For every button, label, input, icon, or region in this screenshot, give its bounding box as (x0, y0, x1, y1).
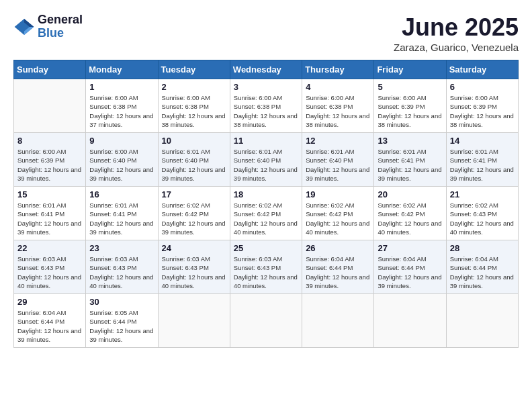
table-row: 24 Sunrise: 6:03 AMSunset: 6:43 PMDaylig… (158, 240, 230, 294)
logo-icon (13, 16, 35, 38)
day-number: 11 (234, 136, 298, 146)
day-number: 18 (234, 189, 298, 199)
day-info: Sunrise: 6:02 AMSunset: 6:42 PMDaylight:… (162, 201, 226, 236)
col-monday: Monday (86, 60, 158, 79)
day-number: 25 (234, 243, 298, 253)
logo: General Blue (13, 13, 83, 40)
day-info: Sunrise: 6:00 AMSunset: 6:40 PMDaylight:… (89, 148, 153, 182)
table-row: 14 Sunrise: 6:01 AMSunset: 6:41 PMDaylig… (446, 133, 518, 187)
day-info: Sunrise: 6:04 AMSunset: 6:44 PMDaylight:… (450, 255, 514, 289)
day-number: 13 (378, 136, 442, 146)
table-row: 9 Sunrise: 6:00 AMSunset: 6:40 PMDayligh… (86, 133, 158, 187)
table-row: 19 Sunrise: 6:02 AMSunset: 6:42 PMDaylig… (302, 187, 374, 240)
day-number: 3 (234, 82, 298, 92)
day-number: 24 (162, 243, 226, 253)
day-number: 4 (306, 82, 370, 92)
table-row: 5 Sunrise: 6:00 AMSunset: 6:39 PMDayligh… (374, 79, 446, 133)
table-row: 3 Sunrise: 6:00 AMSunset: 6:38 PMDayligh… (230, 79, 302, 133)
day-info: Sunrise: 6:00 AMSunset: 6:38 PMDaylight:… (234, 94, 298, 128)
table-row: 25 Sunrise: 6:03 AMSunset: 6:43 PMDaylig… (230, 240, 302, 294)
table-row: 4 Sunrise: 6:00 AMSunset: 6:38 PMDayligh… (302, 79, 374, 133)
day-info: Sunrise: 6:04 AMSunset: 6:44 PMDaylight:… (17, 309, 81, 343)
day-number: 30 (89, 297, 154, 307)
day-number: 14 (450, 136, 515, 146)
table-row: 6 Sunrise: 6:00 AMSunset: 6:39 PMDayligh… (446, 79, 518, 133)
day-info: Sunrise: 6:01 AMSunset: 6:41 PMDaylight:… (378, 148, 441, 182)
table-row: 10 Sunrise: 6:01 AMSunset: 6:40 PMDaylig… (158, 133, 230, 187)
table-row: 2 Sunrise: 6:00 AMSunset: 6:38 PMDayligh… (158, 79, 230, 133)
day-number: 12 (306, 136, 370, 146)
calendar-row: 29 Sunrise: 6:04 AMSunset: 6:44 PMDaylig… (14, 294, 519, 348)
table-row: 11 Sunrise: 6:01 AMSunset: 6:40 PMDaylig… (230, 133, 302, 187)
calendar-row: 22 Sunrise: 6:03 AMSunset: 6:43 PMDaylig… (14, 240, 519, 294)
table-row: 26 Sunrise: 6:04 AMSunset: 6:44 PMDaylig… (302, 240, 374, 294)
table-row: 30 Sunrise: 6:05 AMSunset: 6:44 PMDaylig… (86, 294, 158, 348)
day-info: Sunrise: 6:00 AMSunset: 6:38 PMDaylight:… (162, 94, 226, 128)
day-info: Sunrise: 6:02 AMSunset: 6:42 PMDaylight:… (234, 201, 298, 236)
day-info: Sunrise: 6:00 AMSunset: 6:39 PMDaylight:… (450, 94, 514, 128)
page-header: General Blue June 2025 Zaraza, Guarico, … (13, 13, 519, 53)
table-row: 12 Sunrise: 6:01 AMSunset: 6:40 PMDaylig… (302, 133, 374, 187)
day-number: 27 (378, 243, 442, 253)
day-number: 19 (306, 189, 370, 199)
day-info: Sunrise: 6:03 AMSunset: 6:43 PMDaylight:… (234, 255, 298, 289)
day-number: 6 (450, 82, 515, 92)
table-row (374, 294, 446, 348)
day-info: Sunrise: 6:01 AMSunset: 6:41 PMDaylight:… (17, 201, 81, 236)
col-thursday: Thursday (302, 60, 374, 79)
logo-text: General Blue (38, 13, 83, 40)
table-row: 13 Sunrise: 6:01 AMSunset: 6:41 PMDaylig… (374, 133, 446, 187)
day-info: Sunrise: 6:01 AMSunset: 6:41 PMDaylight:… (450, 148, 514, 182)
title-block: June 2025 Zaraza, Guarico, Venezuela (394, 13, 519, 53)
day-info: Sunrise: 6:03 AMSunset: 6:43 PMDaylight:… (162, 255, 226, 289)
col-friday: Friday (374, 60, 446, 79)
day-info: Sunrise: 6:03 AMSunset: 6:43 PMDaylight:… (89, 255, 153, 289)
col-saturday: Saturday (446, 60, 518, 79)
day-info: Sunrise: 6:02 AMSunset: 6:43 PMDaylight:… (450, 201, 514, 236)
col-tuesday: Tuesday (158, 60, 230, 79)
day-number: 1 (89, 82, 154, 92)
table-row: 28 Sunrise: 6:04 AMSunset: 6:44 PMDaylig… (446, 240, 518, 294)
day-number: 21 (450, 189, 515, 199)
day-info: Sunrise: 6:01 AMSunset: 6:40 PMDaylight:… (162, 148, 226, 182)
day-info: Sunrise: 6:02 AMSunset: 6:42 PMDaylight:… (306, 201, 369, 236)
logo-line1: General (38, 13, 83, 27)
day-number: 10 (162, 136, 226, 146)
day-number: 20 (378, 189, 442, 199)
day-number: 29 (17, 297, 82, 307)
table-row: 1 Sunrise: 6:00 AMSunset: 6:38 PMDayligh… (86, 79, 158, 133)
day-info: Sunrise: 6:05 AMSunset: 6:44 PMDaylight:… (89, 309, 153, 343)
table-row: 21 Sunrise: 6:02 AMSunset: 6:43 PMDaylig… (446, 187, 518, 240)
table-row: 20 Sunrise: 6:02 AMSunset: 6:42 PMDaylig… (374, 187, 446, 240)
day-number: 16 (89, 189, 154, 199)
day-info: Sunrise: 6:00 AMSunset: 6:38 PMDaylight:… (306, 94, 369, 128)
calendar-row: 15 Sunrise: 6:01 AMSunset: 6:41 PMDaylig… (14, 187, 519, 240)
day-number: 28 (450, 243, 515, 253)
table-row: 17 Sunrise: 6:02 AMSunset: 6:42 PMDaylig… (158, 187, 230, 240)
table-row: 22 Sunrise: 6:03 AMSunset: 6:43 PMDaylig… (14, 240, 86, 294)
table-row: 18 Sunrise: 6:02 AMSunset: 6:42 PMDaylig… (230, 187, 302, 240)
logo-line2: Blue (38, 27, 83, 40)
month-title: June 2025 (394, 13, 519, 42)
table-row (158, 294, 230, 348)
day-info: Sunrise: 6:02 AMSunset: 6:42 PMDaylight:… (378, 201, 441, 236)
col-sunday: Sunday (14, 60, 86, 79)
table-row (14, 79, 86, 133)
day-info: Sunrise: 6:00 AMSunset: 6:38 PMDaylight:… (89, 94, 153, 128)
calendar-table: Sunday Monday Tuesday Wednesday Thursday… (13, 60, 519, 348)
table-row: 15 Sunrise: 6:01 AMSunset: 6:41 PMDaylig… (14, 187, 86, 240)
day-number: 8 (17, 136, 82, 146)
day-info: Sunrise: 6:04 AMSunset: 6:44 PMDaylight:… (378, 255, 441, 289)
day-info: Sunrise: 6:01 AMSunset: 6:40 PMDaylight:… (306, 148, 369, 182)
day-number: 15 (17, 189, 82, 199)
header-row: Sunday Monday Tuesday Wednesday Thursday… (14, 60, 519, 79)
table-row: 16 Sunrise: 6:01 AMSunset: 6:41 PMDaylig… (86, 187, 158, 240)
table-row: 27 Sunrise: 6:04 AMSunset: 6:44 PMDaylig… (374, 240, 446, 294)
table-row (302, 294, 374, 348)
day-number: 17 (162, 189, 226, 199)
day-number: 26 (306, 243, 370, 253)
day-number: 2 (162, 82, 226, 92)
table-row: 8 Sunrise: 6:00 AMSunset: 6:39 PMDayligh… (14, 133, 86, 187)
day-info: Sunrise: 6:03 AMSunset: 6:43 PMDaylight:… (17, 255, 81, 289)
col-wednesday: Wednesday (230, 60, 302, 79)
